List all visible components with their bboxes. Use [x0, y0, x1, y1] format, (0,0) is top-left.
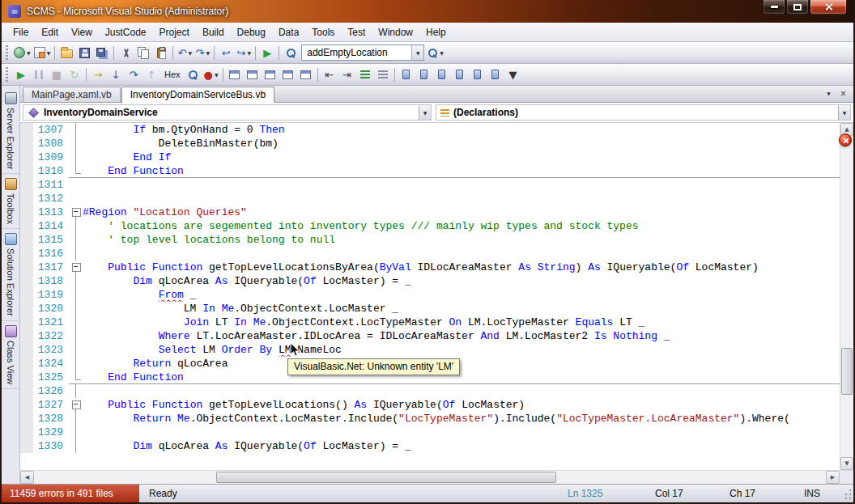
- step-out-button[interactable]: ↑: [142, 66, 160, 83]
- open-file-button[interactable]: [57, 44, 75, 61]
- code-line[interactable]: 1314 ' locations are segemented into inv…: [20, 219, 840, 233]
- add-new-item-button[interactable]: ▼: [32, 44, 53, 61]
- breakpoint-button[interactable]: ●▼: [202, 66, 220, 83]
- undo-button[interactable]: ↶▼: [176, 44, 194, 61]
- error-count-panel[interactable]: 11459 errors in 491 files: [2, 485, 139, 502]
- redo-button[interactable]: ↷▼: [194, 44, 211, 61]
- menu-file[interactable]: File: [6, 24, 35, 40]
- tab-list-button[interactable]: ▼: [823, 87, 835, 100]
- save-all-button[interactable]: [93, 44, 111, 61]
- menu-justcode[interactable]: JustCode: [99, 24, 153, 40]
- code-line[interactable]: 1308 DeleteBinMaster(bm): [20, 137, 840, 150]
- code-line[interactable]: 1307 If bm.QtyOnHand = 0 Then: [20, 123, 840, 137]
- memory-button[interactable]: [185, 66, 202, 83]
- code-editor[interactable]: 1307 If bm.QtyOnHand = 0 Then1308 Delete…: [20, 123, 840, 470]
- copy-button[interactable]: [134, 44, 152, 61]
- dropdown-arrow-icon[interactable]: ▼: [188, 50, 192, 56]
- code-line[interactable]: 1315 ' top level locations belong to nul…: [20, 233, 840, 247]
- doc-tab-mainpage-xaml-vb[interactable]: MainPage.xaml.vb: [23, 87, 121, 102]
- types-combobox[interactable]: InventoryDomainService ▼: [23, 104, 432, 121]
- horizontal-scroll-track[interactable]: [34, 471, 826, 484]
- code-line[interactable]: 1330 Dim qLocArea As IQueryable(Of LocMa…: [20, 439, 840, 453]
- dropdown-arrow-icon[interactable]: ▼: [411, 45, 423, 60]
- step-into-button[interactable]: ↓: [107, 66, 125, 83]
- prev-bookmark-button[interactable]: [415, 66, 433, 83]
- navigate-forward-button[interactable]: ↪▼: [235, 44, 253, 61]
- code-line[interactable]: 1326: [20, 384, 840, 398]
- save-button[interactable]: [75, 44, 93, 61]
- scroll-left-arrow[interactable]: ◀: [20, 471, 34, 484]
- menu-build[interactable]: Build: [196, 24, 231, 40]
- code-line[interactable]: 1312: [20, 192, 840, 205]
- scroll-down-arrow[interactable]: ▼: [840, 457, 853, 470]
- horizontal-scroll-thumb[interactable]: [216, 472, 557, 483]
- find-combo-value[interactable]: addEmptyLocation: [307, 47, 411, 58]
- menu-window[interactable]: Window: [372, 24, 419, 40]
- members-combobox[interactable]: (Declarations) ▼: [436, 104, 851, 121]
- horizontal-scrollbar[interactable]: ◀ ▶: [20, 470, 853, 484]
- code-line[interactable]: 1318 Dim qLocArea As IQueryable(Of LocMa…: [20, 274, 840, 288]
- find-in-files-button[interactable]: [282, 44, 300, 61]
- toolbar-grip[interactable]: [6, 45, 8, 60]
- clear-bookmarks-button[interactable]: [487, 66, 504, 83]
- next-bookmark-button[interactable]: [433, 66, 451, 83]
- show-next-statement-button[interactable]: →: [89, 66, 107, 83]
- sidebar-tab-solution-explorer[interactable]: Solution Explorer: [2, 229, 19, 321]
- maximize-button[interactable]: [786, 0, 809, 15]
- code-line[interactable]: 1316: [20, 247, 840, 260]
- toggle-bookmark-button[interactable]: [398, 66, 415, 83]
- vertical-scroll-thumb[interactable]: [841, 348, 853, 395]
- menu-data[interactable]: Data: [272, 24, 305, 40]
- doc-tab-inventorydomainservicebus-vb[interactable]: InventoryDomainServiceBus.vb: [121, 87, 274, 103]
- output-window-button[interactable]: [279, 66, 297, 83]
- minimize-button[interactable]: [763, 0, 785, 15]
- stop-debugging-button[interactable]: ■: [48, 66, 66, 83]
- new-project-button[interactable]: ▼: [12, 44, 32, 61]
- close-document-button[interactable]: ×: [837, 87, 849, 100]
- dropdown-arrow-icon[interactable]: ▼: [419, 105, 431, 120]
- uncomment-button[interactable]: [374, 66, 392, 83]
- sidebar-tab-server-explorer[interactable]: Server Explorer: [2, 88, 19, 174]
- toolbar-grip[interactable]: [6, 67, 8, 82]
- next-bookmark-folder-button[interactable]: [469, 66, 487, 83]
- comment-button[interactable]: [356, 66, 374, 83]
- cut-button[interactable]: [117, 44, 134, 61]
- paste-button[interactable]: [152, 44, 170, 61]
- hex-button[interactable]: Hex: [160, 66, 185, 83]
- prev-bookmark-folder-button[interactable]: [451, 66, 469, 83]
- menu-debug[interactable]: Debug: [231, 24, 272, 40]
- decrease-indent-button[interactable]: ⇤: [321, 66, 338, 83]
- code-line[interactable]: 1310 End Function: [20, 164, 840, 178]
- dropdown-arrow-icon[interactable]: ▼: [838, 105, 850, 120]
- code-line[interactable]: 1311: [20, 178, 840, 192]
- restart-button[interactable]: ↻: [66, 66, 83, 83]
- code-line[interactable]: 1329: [20, 426, 840, 439]
- start-debugging-button[interactable]: ▶: [258, 44, 276, 61]
- solution-explorer-window-button[interactable]: [226, 66, 244, 83]
- vertical-scrollbar[interactable]: ▲ ▼: [840, 123, 853, 470]
- dropdown-arrow-icon[interactable]: ▼: [27, 50, 31, 56]
- immediate-window-button[interactable]: [297, 66, 315, 83]
- break-all-button[interactable]: [30, 66, 48, 83]
- step-over-button[interactable]: ↷: [125, 66, 142, 83]
- code-line[interactable]: 1323 Select LM Order By LM.NameLoc: [20, 343, 840, 357]
- find-combo[interactable]: addEmptyLocation▼: [301, 44, 424, 61]
- vertical-scroll-track[interactable]: [840, 136, 853, 457]
- find-symbol-button[interactable]: ▼: [426, 44, 445, 61]
- dropdown-arrow-icon[interactable]: ▼: [440, 50, 444, 56]
- code-line[interactable]: 1319 From _: [20, 288, 840, 302]
- code-line[interactable]: 1309 End If: [20, 150, 840, 164]
- menu-edit[interactable]: Edit: [35, 24, 65, 40]
- toolbar-options-button[interactable]: ▼: [504, 66, 522, 83]
- code-line[interactable]: 1328 Return Me.ObjectContext.LocMaster.I…: [20, 412, 840, 426]
- fold-collapse-icon[interactable]: [69, 260, 83, 274]
- dropdown-arrow-icon[interactable]: ▼: [47, 50, 51, 56]
- properties-window-button[interactable]: [244, 66, 262, 83]
- title-bar[interactable]: ∞ SCMS - Microsoft Visual Studio (Admini…: [2, 0, 853, 23]
- menu-test[interactable]: Test: [341, 24, 372, 40]
- code-line[interactable]: 1321 Join LT In Me.ObjectContext.LocType…: [20, 316, 840, 329]
- navigate-backward-button[interactable]: ↩: [217, 44, 235, 61]
- close-button[interactable]: [810, 0, 847, 15]
- scroll-right-arrow[interactable]: ▶: [826, 471, 840, 484]
- sidebar-tab-class-view[interactable]: Class View: [2, 321, 19, 389]
